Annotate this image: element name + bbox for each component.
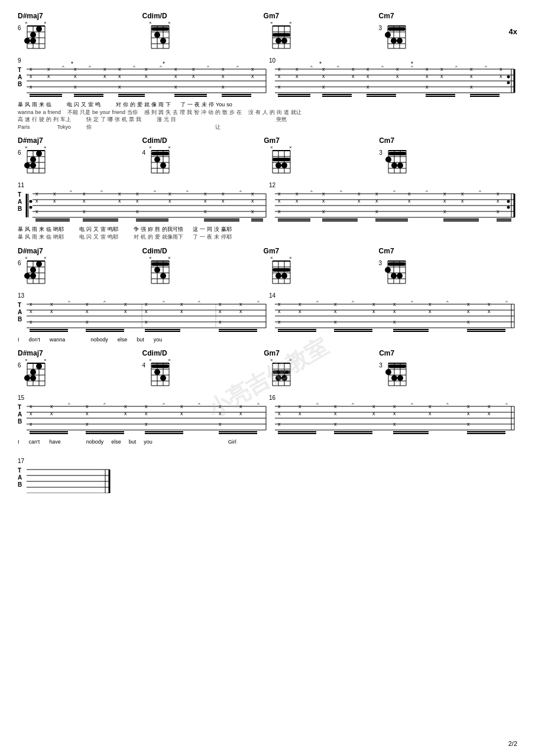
svg-point-55 [397, 38, 403, 44]
svg-text:11: 11 [18, 182, 25, 188]
svg-text:x: x [251, 208, 254, 214]
svg-text:x: x [192, 66, 195, 72]
svg-text:x: x [53, 191, 56, 197]
svg-text:x: x [145, 73, 148, 79]
svg-text:x: x [372, 403, 375, 409]
svg-text:^: ^ [446, 402, 449, 407]
svg-text:x: x [118, 73, 121, 79]
svg-text:^: ^ [505, 402, 508, 407]
svg-text:x: x [299, 308, 301, 314]
svg-text:x: x [408, 191, 411, 197]
svg-text:^: ^ [163, 402, 165, 407]
svg-text:×: × [289, 357, 292, 363]
svg-text:x: x [443, 208, 446, 214]
svg-text:^: ^ [352, 402, 354, 407]
chord-diagram-1: × × [22, 20, 51, 51]
svg-text:x: x [145, 403, 148, 409]
fret-s4-2: 4 [142, 362, 146, 369]
svg-text:x: x [35, 191, 38, 197]
chord-name-s2-2: Cdim/D [142, 136, 167, 145]
svg-text:x: x [467, 410, 470, 416]
svg-point-12 [36, 26, 42, 32]
svg-text:x: x [278, 84, 281, 90]
svg-text:x: x [86, 319, 89, 325]
svg-text:^: ^ [316, 402, 319, 407]
svg-text:x: x [174, 73, 177, 79]
svg-text:^: ^ [154, 189, 156, 194]
svg-text:x: x [251, 66, 254, 72]
svg-text:x: x [470, 66, 473, 72]
svg-text:x: x [322, 73, 325, 79]
lyrics-sec2: 暴风雨来临哟耶 电闪又雷鸣耶 争强妳胜的我可惜 这一同没赢耶 暴风雨来临哟耶 电… [18, 226, 517, 240]
svg-rect-370 [388, 262, 406, 266]
section-1: D#maj7 6 × × [18, 12, 517, 131]
svg-text:×: × [149, 20, 152, 25]
svg-point-317 [507, 206, 510, 209]
svg-text:x: x [278, 421, 281, 427]
svg-point-224 [30, 200, 33, 203]
svg-point-345 [154, 267, 160, 273]
svg-text:x: x [429, 308, 432, 314]
chord-name-3: Gm7 [264, 12, 280, 20]
svg-point-176 [30, 162, 36, 168]
svg-text:^: ^ [257, 299, 260, 305]
svg-text:^: ^ [186, 189, 189, 194]
svg-text:^: ^ [485, 64, 487, 70]
svg-text:^: ^ [68, 402, 70, 407]
svg-text:x: x [74, 66, 77, 72]
svg-text:x: x [334, 410, 337, 416]
lyrics-sec4: I can't have nobody else but you Girl [18, 438, 517, 446]
svg-text:x: x [375, 191, 378, 197]
svg-text:x: x [375, 198, 378, 204]
svg-text:×: × [270, 20, 273, 25]
svg-text:×: × [168, 255, 171, 260]
svg-text:x: x [278, 403, 281, 409]
svg-text:x: x [219, 421, 222, 427]
svg-text:×: × [25, 145, 28, 150]
svg-point-225 [30, 206, 33, 209]
svg-text:x: x [136, 191, 139, 197]
svg-text:x: x [124, 410, 127, 416]
svg-text:A: A [18, 74, 22, 80]
svg-text:x: x [174, 84, 177, 90]
svg-text:x: x [50, 301, 53, 307]
svg-text:x: x [497, 198, 500, 204]
svg-text:*: * [319, 61, 322, 67]
svg-text:x: x [278, 308, 281, 314]
svg-point-13 [24, 38, 30, 44]
svg-text:x: x [118, 66, 121, 72]
svg-text:x: x [219, 319, 222, 325]
svg-text:x: x [239, 301, 242, 307]
svg-text:x: x [118, 198, 121, 204]
svg-text:×: × [25, 255, 28, 260]
svg-rect-188 [151, 152, 169, 155]
svg-text:x: x [180, 410, 183, 416]
svg-text:x: x [103, 66, 106, 72]
svg-text:x: x [174, 66, 177, 72]
svg-text:x: x [239, 308, 242, 314]
svg-rect-214 [388, 152, 406, 155]
svg-text:x: x [30, 84, 33, 90]
svg-text:x: x [278, 191, 281, 197]
svg-text:x: x [334, 403, 337, 409]
svg-text:x: x [145, 308, 148, 314]
svg-text:×: × [289, 20, 292, 25]
svg-text:^: ^ [505, 299, 508, 305]
svg-text:×: × [289, 255, 292, 260]
svg-text:B: B [18, 418, 22, 425]
svg-text:^: ^ [479, 189, 481, 194]
svg-text:x: x [429, 403, 432, 409]
svg-text:x: x [278, 319, 281, 325]
svg-text:x: x [396, 66, 399, 72]
svg-text:x: x [168, 191, 171, 197]
staff-5: 17 T A B [18, 455, 112, 493]
svg-text:x: x [372, 301, 375, 307]
svg-text:^: ^ [393, 189, 395, 194]
svg-text:x: x [219, 403, 222, 409]
svg-rect-512 [388, 364, 406, 368]
svg-text:x: x [393, 308, 396, 314]
chord-s4-1: D#maj7 [18, 349, 43, 357]
svg-text:^: ^ [310, 64, 313, 70]
svg-text:B: B [18, 316, 22, 322]
chord-diag-s4-3: × × [268, 357, 296, 388]
